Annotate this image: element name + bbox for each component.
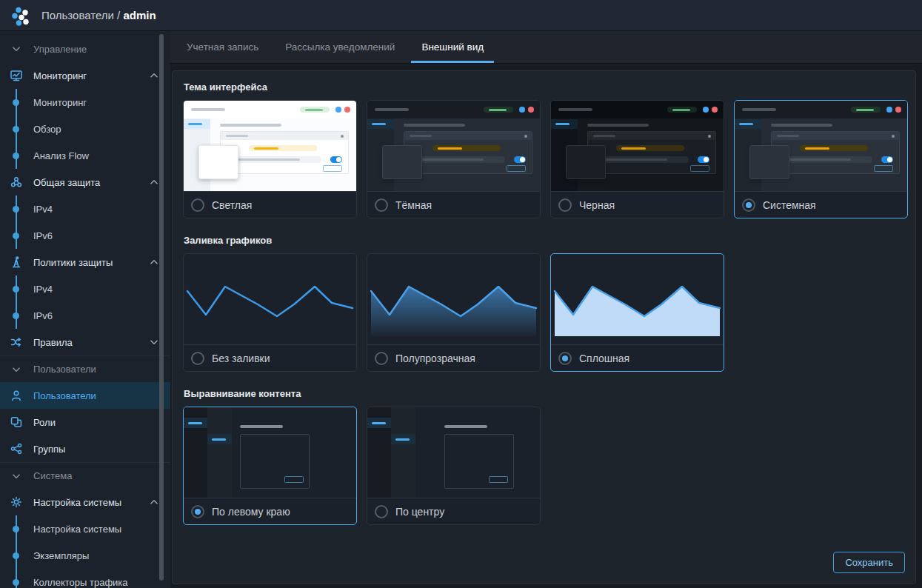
settings-panel: Тема интерфейсаСветлаяТёмнаяЧернаяСистем… bbox=[172, 70, 916, 584]
theme-preview-dark bbox=[367, 101, 540, 191]
sidebar-item-настройка-системы[interactable]: Настройка системы bbox=[0, 489, 170, 515]
theme-preview bbox=[551, 101, 724, 191]
sidebar: УправлениеМониторингМониторингОбзорАнали… bbox=[0, 31, 170, 588]
app-header: Пользователи / admin bbox=[0, 0, 922, 31]
sidebar-item-label: Правила bbox=[33, 337, 73, 348]
sidebar-item-настройка-системы[interactable]: Настройка системы bbox=[0, 515, 170, 542]
fill-option-none[interactable]: Без заливки bbox=[183, 253, 357, 372]
sidebar-item-label: IPv6 bbox=[33, 310, 53, 321]
alignment-option-left[interactable]: По левому краю bbox=[183, 407, 357, 525]
radio-center[interactable] bbox=[375, 505, 388, 518]
sidebar-item-label: IPv4 bbox=[33, 284, 53, 295]
theme-option-dark[interactable]: Тёмная bbox=[367, 100, 541, 218]
fill-preview bbox=[184, 254, 356, 344]
radio-system[interactable] bbox=[742, 198, 755, 212]
tab-учетная-запись[interactable]: Учетная запись bbox=[176, 31, 269, 63]
radio-translucent[interactable] bbox=[375, 352, 388, 365]
option-label: Системная bbox=[763, 199, 816, 211]
sidebar-item-label: IPv6 bbox=[33, 230, 53, 241]
fill-option-translucent[interactable]: Полупрозрачная bbox=[367, 253, 541, 372]
bullet-dot-icon bbox=[13, 99, 19, 106]
app-logo-icon bbox=[10, 4, 32, 27]
sidebar-item-группы[interactable]: Группы bbox=[0, 435, 170, 462]
sidebar-item-label: Мониторинг bbox=[33, 70, 87, 81]
bullet-dot-icon bbox=[13, 206, 19, 213]
sidebar-item-ipv4[interactable]: IPv4 bbox=[0, 275, 170, 302]
sidebar-item-пользователи[interactable]: Пользователи bbox=[0, 382, 170, 409]
sidebar-item-ipv6[interactable]: IPv6 bbox=[0, 302, 170, 329]
radio-solid[interactable] bbox=[558, 352, 572, 365]
sidebar-item-label: Общая защита bbox=[33, 177, 100, 188]
alignment-option-center[interactable]: По центру bbox=[367, 407, 541, 525]
sidebar-item-ipv4[interactable]: IPv4 bbox=[0, 196, 170, 222]
sidebar-scrollbar[interactable] bbox=[159, 34, 164, 581]
sidebar-item-мониторинг[interactable]: Мониторинг bbox=[0, 62, 170, 89]
shuffle-icon bbox=[10, 335, 23, 349]
option-label: По левому краю bbox=[212, 506, 290, 518]
chevron-up-icon bbox=[148, 176, 160, 188]
sidebar-item-label: Настройка системы bbox=[33, 524, 121, 535]
sidebar-item-label: IPv4 bbox=[33, 204, 53, 215]
option-label: Полупрозрачная bbox=[395, 353, 475, 364]
theme-preview bbox=[367, 101, 540, 191]
sidebar-item-правила[interactable]: Правила bbox=[0, 329, 170, 355]
bullet-dot-icon bbox=[13, 313, 19, 319]
chevron-up-icon bbox=[148, 256, 160, 268]
main-area: Учетная записьРассылка уведомленийВнешни… bbox=[170, 31, 922, 588]
sidebar-item-система[interactable]: Система bbox=[0, 462, 170, 489]
radio-none[interactable] bbox=[191, 352, 204, 365]
bullet-dot-icon bbox=[13, 233, 19, 239]
beacon-icon bbox=[10, 255, 23, 269]
user-icon bbox=[10, 389, 23, 402]
theme-preview-black bbox=[551, 101, 724, 191]
sidebar-item-label: Пользователи bbox=[33, 390, 96, 401]
breadcrumb: Пользователи / bbox=[41, 9, 120, 21]
monitor-icon bbox=[10, 69, 23, 82]
bullet-dot-icon bbox=[13, 153, 19, 159]
sidebar-item-управление[interactable]: Управление bbox=[0, 36, 170, 62]
theme-option-black[interactable]: Черная bbox=[550, 100, 724, 218]
radio-left[interactable] bbox=[191, 505, 204, 518]
sidebar-item-обзор[interactable]: Обзор bbox=[0, 116, 170, 142]
save-button[interactable]: Сохранить bbox=[833, 552, 905, 573]
alignment-preview-center bbox=[367, 407, 540, 498]
section-alignment: Выравнивание контентаПо левому краюПо це… bbox=[183, 388, 905, 525]
sidebar-item-мониторинг[interactable]: Мониторинг bbox=[0, 89, 170, 116]
radio-light[interactable] bbox=[191, 198, 204, 212]
sidebar-item-политики-защиты[interactable]: Политики защиты bbox=[0, 249, 170, 275]
sidebar-item-label: Политики защиты bbox=[33, 257, 113, 268]
sidebar-item-роли[interactable]: Роли bbox=[0, 409, 170, 435]
section-fill: Заливка графиковБез заливкиПолупрозрачна… bbox=[183, 235, 905, 372]
chart-fill-preview-translucent bbox=[367, 254, 540, 344]
chevron-up-icon bbox=[148, 496, 160, 508]
option-label: Тёмная bbox=[395, 199, 432, 211]
radio-dark[interactable] bbox=[375, 198, 388, 212]
sidebar-item-коллекторы-трафика[interactable]: Коллекторы трафика bbox=[0, 569, 170, 588]
sidebar-item-label: Экземпляры bbox=[33, 550, 89, 561]
sidebar-item-экземпляры[interactable]: Экземпляры bbox=[0, 542, 170, 569]
tab-bar: Учетная записьРассылка уведомленийВнешни… bbox=[170, 31, 922, 64]
panel-footer: Сохранить bbox=[183, 552, 905, 573]
radio-black[interactable] bbox=[558, 198, 572, 212]
bullet-dot-icon bbox=[13, 552, 19, 559]
theme-option-system[interactable]: Системная bbox=[734, 100, 908, 218]
fill-option-solid[interactable]: Сплошная bbox=[550, 253, 724, 372]
sidebar-item-ipv6[interactable]: IPv6 bbox=[0, 222, 170, 249]
theme-preview-system bbox=[735, 101, 907, 191]
sidebar-item-label: Коллекторы трафика bbox=[33, 577, 128, 588]
alignment-preview bbox=[184, 407, 356, 498]
sidebar-item-label: Система bbox=[33, 470, 72, 481]
sidebar-item-label: Группы bbox=[33, 444, 65, 455]
sidebar-item-label: Анализ Flow bbox=[33, 150, 89, 161]
theme-preview bbox=[184, 101, 356, 191]
section-title-fill: Заливка графиков bbox=[184, 235, 905, 246]
sidebar-item-пользователи[interactable]: Пользователи bbox=[0, 355, 170, 382]
sidebar-item-общая-защита[interactable]: Общая защита bbox=[0, 169, 170, 196]
theme-option-light[interactable]: Светлая bbox=[183, 100, 357, 218]
tab-внешний-вид[interactable]: Внешний вид bbox=[411, 31, 494, 63]
tab-рассылка-уведомлений[interactable]: Рассылка уведомлений bbox=[275, 31, 405, 63]
bullet-dot-icon bbox=[13, 579, 19, 586]
section-title-theme: Тема интерфейса bbox=[184, 81, 905, 93]
sidebar-item-анализ-flow[interactable]: Анализ Flow bbox=[0, 142, 170, 169]
section-theme: Тема интерфейсаСветлаяТёмнаяЧернаяСистем… bbox=[183, 81, 905, 218]
